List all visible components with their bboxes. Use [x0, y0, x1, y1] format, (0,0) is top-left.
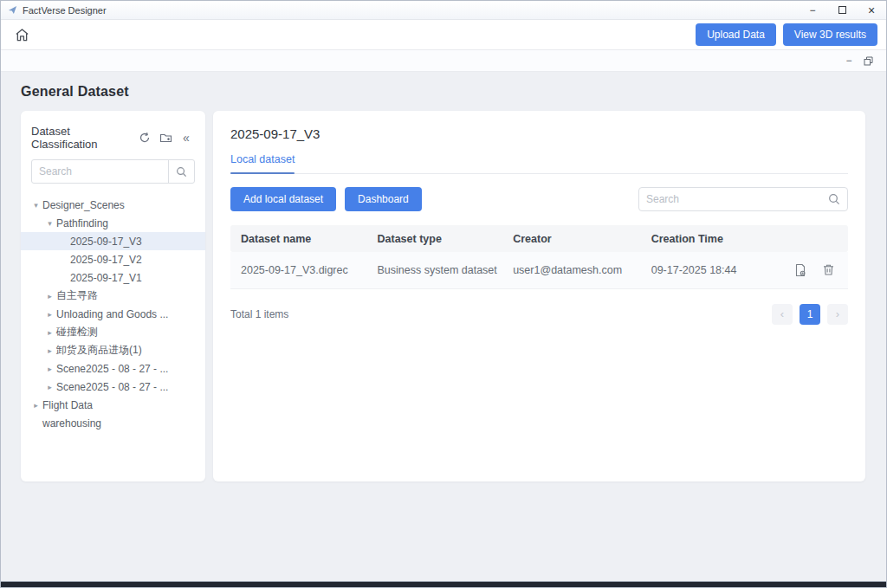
tree-item-scene2025-08-27-a[interactable]: ▸ Scene2025 - 08 - 27 - ... [21, 359, 205, 378]
tab-local-dataset[interactable]: Local dataset [230, 153, 295, 173]
caret-right-icon[interactable]: ▸ [43, 383, 56, 391]
dataset-classification-panel: Dataset Classification « [21, 111, 205, 481]
dashboard-button[interactable]: Dashboard [345, 187, 422, 211]
tree-item-label: Unloading and Goods ... [56, 308, 168, 320]
actions-row: Add local dataset Dashboard [230, 187, 848, 211]
tree-item-pengzhuangjiance[interactable]: ▸ 碰撞检测 [21, 323, 205, 341]
table-search [638, 187, 848, 211]
tree-item-scene2025-08-27-b[interactable]: ▸ Scene2025 - 08 - 27 - ... [21, 378, 205, 396]
panel-restore-icon[interactable] [858, 52, 877, 69]
tree-item-zizhuxunlu[interactable]: ▸ 自主寻路 [21, 287, 205, 305]
column-header-creator: Creator [502, 225, 641, 252]
add-folder-icon[interactable] [157, 129, 174, 146]
cell-creator: user1@datamesh.com [502, 252, 641, 288]
dataset-title: 2025-09-17_V3 [230, 126, 848, 141]
search-icon[interactable] [168, 160, 194, 183]
tree-item-2025-09-17-v3[interactable]: 2025-09-17_V3 [21, 232, 205, 250]
panel-minimize-icon[interactable]: − [839, 52, 858, 69]
sidebar-title: Dataset Classification [31, 125, 133, 151]
app-window: FactVerse Designer − × Upload Data View … [0, 0, 887, 588]
sidebar-search-input[interactable] [32, 160, 168, 183]
pagination: ‹ 1 › [772, 304, 848, 325]
next-page-button[interactable]: › [827, 304, 848, 325]
sidebar-search [31, 159, 195, 184]
tree-item-2025-09-17-v1[interactable]: 2025-09-17_V1 [21, 268, 205, 287]
table-row[interactable]: 2025-09-17_V3.digrec Business system dat… [230, 252, 848, 288]
table-header-row: Dataset name Dataset type Creator Creati… [230, 225, 848, 252]
tree-item-label: 2025-09-17_V1 [70, 272, 142, 284]
tree-item-label: 碰撞检测 [56, 325, 98, 339]
titlebar: FactVerse Designer − × [1, 1, 886, 20]
window-minimize-button[interactable]: − [798, 1, 827, 20]
prev-page-button[interactable]: ‹ [772, 304, 793, 325]
cell-dataset-type: Business system dataset [367, 252, 503, 288]
add-local-dataset-button[interactable]: Add local dataset [230, 187, 336, 211]
tabs-bar: Local dataset [230, 153, 848, 174]
tree-item-label: 自主寻路 [56, 288, 98, 303]
column-header-dataset-name: Dataset name [230, 225, 367, 252]
column-header-creation-time: Creation Time [641, 225, 771, 252]
tree-item-label: Designer_Scenes [42, 199, 125, 211]
window-close-button[interactable]: × [857, 1, 886, 20]
search-icon[interactable] [828, 193, 840, 205]
sub-window-bar: − [1, 50, 886, 72]
tree-item-label: 2025-09-17_V2 [70, 254, 142, 266]
column-header-dataset-type: Dataset type [367, 225, 503, 252]
column-header-actions [771, 225, 849, 252]
page-title: General Dataset [21, 84, 865, 100]
dataset-table: Dataset name Dataset type Creator Creati… [230, 225, 848, 289]
content-area: General Dataset Dataset Classification [1, 72, 886, 581]
dataset-tree: ▾ Designer_Scenes ▾ Pathfinding 2025-09-… [21, 196, 205, 432]
app-title: FactVerse Designer [23, 5, 107, 16]
tree-item-label: Pathfinding [56, 217, 108, 229]
caret-right-icon[interactable]: ▸ [43, 365, 56, 373]
tree-item-warehousing[interactable]: warehousing [21, 414, 205, 432]
cell-actions [771, 252, 849, 288]
tree-item-label: warehousing [42, 417, 101, 430]
delete-icon[interactable] [822, 263, 836, 277]
toolbar: Upload Data View 3D results [1, 20, 886, 50]
caret-right-icon[interactable]: ▸ [43, 292, 56, 300]
collapse-sidebar-icon[interactable]: « [178, 129, 195, 146]
refresh-icon[interactable] [136, 129, 153, 146]
caret-right-icon[interactable]: ▸ [43, 328, 56, 337]
export-file-icon[interactable] [793, 263, 807, 277]
window-maximize-button[interactable] [827, 1, 857, 20]
bottom-taskbar-edge [1, 581, 886, 587]
caret-down-icon[interactable]: ▾ [43, 219, 56, 228]
page-1-button[interactable]: 1 [800, 304, 820, 325]
upload-data-button[interactable]: Upload Data [696, 23, 776, 46]
table-search-input[interactable] [646, 193, 828, 205]
cell-dataset-name: 2025-09-17_V3.digrec [230, 252, 367, 288]
tree-item-label: Flight Data [42, 399, 93, 411]
tree-item-unloading-and-goods[interactable]: ▸ Unloading and Goods ... [21, 305, 205, 323]
tree-item-label: 2025-09-17_V3 [70, 236, 142, 248]
view-3d-results-button[interactable]: View 3D results [783, 23, 877, 46]
table-footer: Total 1 items ‹ 1 › [230, 304, 848, 325]
tree-item-designer-scenes[interactable]: ▾ Designer_Scenes [21, 196, 205, 214]
tree-item-flight-data[interactable]: ▸ Flight Data [21, 396, 205, 414]
tree-item-label: Scene2025 - 08 - 27 - ... [56, 363, 168, 375]
tree-item-xiehuo-jinchang[interactable]: ▸ 卸货及商品进场(1) [21, 341, 205, 359]
dataset-detail-panel: 2025-09-17_V3 Local dataset Add local da… [213, 111, 865, 481]
tree-item-pathfinding[interactable]: ▾ Pathfinding [21, 214, 205, 232]
home-icon[interactable] [11, 24, 32, 45]
tree-item-2025-09-17-v2[interactable]: 2025-09-17_V2 [21, 250, 205, 268]
cell-creation-time: 09-17-2025 18:44 [641, 252, 771, 288]
caret-down-icon[interactable]: ▾ [29, 201, 42, 210]
total-items-label: Total 1 items [230, 308, 288, 320]
sidebar-header: Dataset Classification « [21, 120, 205, 159]
caret-right-icon[interactable]: ▸ [43, 346, 56, 355]
caret-right-icon[interactable]: ▸ [43, 310, 56, 319]
app-logo-icon [8, 5, 17, 15]
tree-item-label: 卸货及商品进场(1) [56, 343, 142, 358]
caret-right-icon[interactable]: ▸ [29, 401, 42, 410]
tree-item-label: Scene2025 - 08 - 27 - ... [56, 381, 168, 393]
